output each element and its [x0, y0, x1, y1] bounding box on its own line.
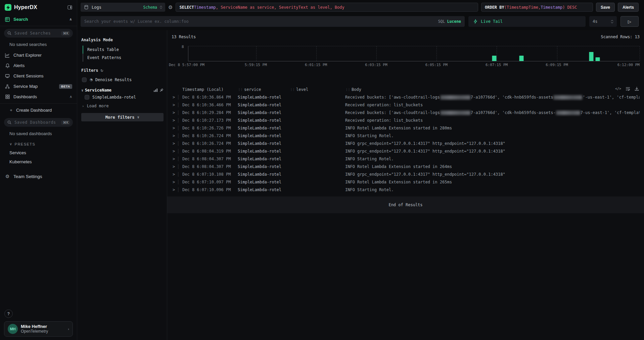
- sidebar-item-search[interactable]: Search ∧: [0, 14, 77, 24]
- row-expand-icon[interactable]: >│: [172, 132, 182, 140]
- help-button[interactable]: ?: [4, 309, 13, 318]
- order-by-input[interactable]: ORDER BY (TimestampTime, Timestamp) DESC: [481, 3, 593, 12]
- row-expand-icon[interactable]: >│: [172, 155, 182, 163]
- sidebar-item-service-map[interactable]: Service Map BETA: [0, 81, 77, 92]
- denoise-checkbox[interactable]: [82, 77, 87, 82]
- sidebar-item-alerts[interactable]: Alerts: [0, 60, 77, 71]
- cell-level: [290, 101, 345, 109]
- refresh-interval-value: 4s: [593, 19, 611, 24]
- pin-icon[interactable]: [159, 88, 164, 93]
- user-profile-card[interactable]: MH Mike Heffner OpenTelemetry ›: [4, 321, 73, 337]
- histogram-bar[interactable]: [589, 52, 594, 61]
- drag-handle-icon[interactable]: ⋮⋮: [345, 88, 350, 91]
- table-row[interactable]: >│Dec 8 6:08:04.307 PMSimpleLambda-rotel…: [172, 163, 640, 171]
- table-row[interactable]: >│Dec 8 6:08:04.307 PMSimpleLambda-rotel…: [172, 155, 640, 163]
- event-search-input[interactable]: Search your events w/ Lucene ex. column:…: [81, 16, 465, 27]
- collapse-sidebar-icon[interactable]: [67, 5, 72, 10]
- more-filters-button[interactable]: More filters ∨: [81, 113, 164, 121]
- schema-link[interactable]: Schema: [143, 5, 157, 10]
- chevron-down-icon: ∨: [137, 115, 140, 119]
- chevron-up-icon[interactable]: ∧: [70, 95, 72, 99]
- histogram-bar[interactable]: [596, 57, 600, 61]
- table-row[interactable]: >│Dec 8 6:10:36.864 PMSimpleLambda-rotel…: [172, 94, 640, 101]
- source-settings-gear-icon[interactable]: ⚙: [168, 4, 173, 10]
- denoise-filter-row[interactable]: ◑ Denoise Results: [81, 75, 164, 84]
- cell-level: [290, 109, 345, 117]
- sql-mode-toggle[interactable]: SQL: [438, 19, 445, 24]
- service-checkbox[interactable]: [85, 95, 89, 100]
- download-icon[interactable]: [635, 87, 639, 91]
- cell-body: Received buckets: ['aws-cloudtrail-logs7…: [345, 94, 640, 101]
- cell-body: INFO Starting Rotel.: [345, 132, 640, 140]
- sidebar-item-chart-explorer[interactable]: Chart Explorer: [0, 50, 77, 60]
- refresh-icon[interactable]: ↻: [101, 68, 103, 73]
- table-row[interactable]: >│Dec 8 6:10:26.724 PMSimpleLambda-rotel…: [172, 132, 640, 140]
- sidebar-item-team-settings[interactable]: ⚙ Team Settings: [0, 171, 77, 182]
- cell-service: SimpleLambda-rotel: [238, 117, 290, 124]
- table-row[interactable]: >│Dec 8 6:07:10.096 PMSimpleLambda-rotel…: [172, 186, 640, 194]
- row-expand-icon[interactable]: >│: [172, 140, 182, 148]
- cell-body: INFO Rotel Lambda Extension started in 2…: [345, 124, 640, 132]
- select-query-input[interactable]: SELECT Timestamp, ServiceName as service…: [176, 3, 478, 12]
- chart-plot[interactable]: [188, 46, 640, 61]
- service-filter-row[interactable]: SimpleLambda-rotel: [84, 93, 164, 102]
- mode-event-patterns[interactable]: Event Patterns: [83, 54, 164, 62]
- query-segment: , ServiceName as service, SeverityText a…: [216, 5, 344, 10]
- row-expand-icon[interactable]: >│: [172, 178, 182, 186]
- table-row[interactable]: >│Dec 8 6:10:27.173 PMSimpleLambda-rotel…: [172, 117, 640, 124]
- table-row[interactable]: >│Dec 8 6:08:04.319 PMSimpleLambda-rotel…: [172, 148, 640, 155]
- table-row[interactable]: >│Dec 8 6:07:10.097 PMSimpleLambda-rotel…: [172, 178, 640, 186]
- run-query-play-button[interactable]: ▷: [620, 16, 639, 27]
- drag-handle-icon[interactable]: ⋮⋮: [290, 88, 294, 91]
- lucene-mode-toggle[interactable]: Lucene: [447, 19, 461, 24]
- drag-handle-icon[interactable]: ⋮⋮: [238, 88, 242, 91]
- stepper-icons[interactable]: [611, 20, 613, 23]
- bar-chart-icon[interactable]: [153, 88, 158, 92]
- sidebar-item-dashboards[interactable]: Dashboards ∧: [0, 92, 77, 102]
- histogram-bar[interactable]: [492, 56, 497, 61]
- code-view-icon[interactable]: </>: [615, 87, 621, 91]
- refresh-interval-select[interactable]: 4s: [589, 16, 617, 27]
- group-name-label: ServiceName: [85, 88, 111, 93]
- wrap-lines-icon[interactable]: [626, 87, 630, 91]
- row-expand-icon[interactable]: >│: [172, 94, 182, 101]
- load-more-toggle[interactable]: › Load more: [81, 102, 164, 111]
- table-row[interactable]: >│Dec 8 6:10:26.724 PMSimpleLambda-rotel…: [172, 140, 640, 148]
- preset-services[interactable]: Services: [0, 148, 77, 157]
- row-expand-icon[interactable]: >│: [172, 186, 182, 194]
- mode-results-table[interactable]: Results Table: [83, 46, 164, 54]
- chevron-up-icon[interactable]: ∧: [69, 17, 72, 21]
- source-selector[interactable]: Logs Schema: [81, 3, 165, 12]
- preset-kubernetes[interactable]: Kubernetes: [0, 157, 77, 166]
- topbar-row-search: Search your events w/ Lucene ex. column:…: [81, 16, 639, 27]
- row-expand-icon[interactable]: >│: [172, 171, 182, 178]
- live-tail-button[interactable]: Live Tail: [468, 16, 586, 27]
- table-row[interactable]: >│Dec 8 6:10:29.284 PMSimpleLambda-rotel…: [172, 109, 640, 117]
- cell-body: Received operation: list_buckets: [345, 101, 640, 109]
- source-label: Logs: [92, 5, 140, 10]
- magnifier-icon: [7, 120, 12, 124]
- presets-toggle[interactable]: ∨ PRESETS: [0, 139, 77, 148]
- row-expand-icon[interactable]: >│: [172, 124, 182, 132]
- row-expand-icon[interactable]: >│: [172, 163, 182, 171]
- table-row[interactable]: >│Dec 8 6:07:10.108 PMSimpleLambda-rotel…: [172, 171, 640, 178]
- histogram-bar[interactable]: [519, 56, 523, 61]
- row-expand-icon[interactable]: >│: [172, 101, 182, 109]
- save-button[interactable]: Save: [596, 3, 615, 12]
- table-row[interactable]: >│Dec 8 6:10:36.466 PMSimpleLambda-rotel…: [172, 101, 640, 109]
- col-service: ⋮⋮service: [238, 87, 290, 92]
- servicename-group-toggle[interactable]: ∨ ServiceName: [81, 88, 164, 93]
- cell-level: [290, 155, 345, 163]
- create-dashboard-button[interactable]: + Create Dashboard: [0, 105, 77, 115]
- query-segment: Timestamp: [194, 5, 216, 10]
- row-expand-icon[interactable]: >│: [172, 117, 182, 124]
- row-expand-icon[interactable]: >│: [172, 148, 182, 155]
- alerts-button[interactable]: Alerts: [618, 3, 639, 12]
- chevron-down-icon: ∨: [9, 142, 13, 146]
- row-expand-icon[interactable]: >│: [172, 109, 182, 117]
- sidebar-item-client-sessions[interactable]: Client Sessions: [0, 71, 77, 81]
- saved-dashboards-input[interactable]: Saved Dashboards ⌘K: [4, 118, 73, 127]
- create-dashboard-label: Create Dashboard: [16, 108, 72, 113]
- table-row[interactable]: >│Dec 8 6:10:26.726 PMSimpleLambda-rotel…: [172, 124, 640, 132]
- saved-searches-input[interactable]: Saved Searches ⌘K: [4, 29, 73, 38]
